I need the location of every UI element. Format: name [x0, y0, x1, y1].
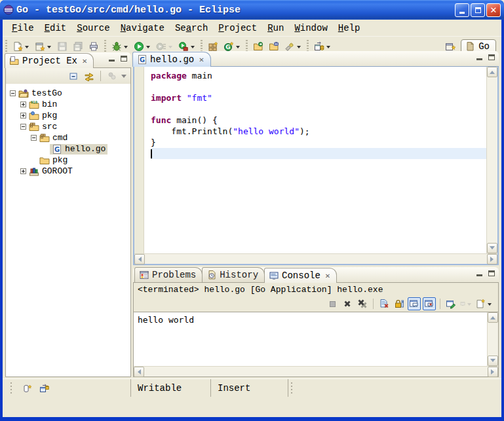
- menu-source[interactable]: Source: [71, 22, 115, 35]
- remove-launch-button[interactable]: [341, 297, 354, 310]
- svg-text:G: G: [140, 56, 145, 64]
- show-stderr-toggle[interactable]: [423, 297, 436, 310]
- toolbar-grip[interactable]: [103, 40, 107, 53]
- save-all-icon: [73, 41, 83, 52]
- show-stdout-icon: [409, 299, 419, 309]
- minimize-view-icon[interactable]: [109, 60, 115, 62]
- editor-tab-label: hello.go: [150, 54, 194, 65]
- insert-mode-status: Insert: [211, 379, 288, 397]
- fast-view-icon[interactable]: [22, 383, 33, 394]
- tree-item-label: hello.go: [65, 144, 106, 154]
- title-bar: Go - testGo/src/cmd/hello.go - Eclipse ✕: [0, 0, 504, 20]
- maximize-view-icon[interactable]: [488, 54, 495, 60]
- scroll-lock-icon: [394, 299, 404, 309]
- tree-item-cmd[interactable]: cmd: [6, 132, 130, 143]
- sync-trim-icon[interactable]: [39, 383, 50, 394]
- maximize-view-icon[interactable]: [121, 56, 127, 62]
- tab-console[interactable]: Console ✕: [264, 268, 337, 283]
- clear-console-icon: [379, 299, 389, 309]
- eclipse-logo-icon: [3, 5, 14, 15]
- import-icon: [253, 41, 263, 52]
- scroll-up-button[interactable]: [487, 67, 497, 77]
- tree-item-hello-go[interactable]: G hello.go: [6, 143, 130, 155]
- maximize-button[interactable]: [471, 3, 485, 17]
- console-vertical-scrollbar[interactable]: [487, 312, 498, 366]
- window-title: Go - testGo/src/cmd/hello.go - Eclipse: [16, 5, 455, 16]
- menu-window[interactable]: Window: [289, 22, 332, 35]
- tab-problems[interactable]: Problems: [134, 267, 203, 282]
- editor-vertical-scrollbar[interactable]: [486, 67, 497, 253]
- show-stdout-toggle[interactable]: [408, 297, 421, 310]
- view-menu-icon[interactable]: [121, 75, 126, 81]
- tab-hello-go[interactable]: G hello.go ✕: [132, 52, 211, 67]
- editor-gutter[interactable]: [134, 67, 144, 253]
- open-console-button[interactable]: [475, 297, 493, 310]
- maximize-view-icon[interactable]: [488, 270, 495, 276]
- collapse-expander-icon[interactable]: [10, 90, 16, 96]
- tab-history[interactable]: History: [202, 267, 265, 282]
- new-wizard-icon: [12, 41, 23, 52]
- scroll-right-button[interactable]: [487, 254, 497, 265]
- expand-expander-icon[interactable]: [20, 101, 26, 107]
- pin-console-button[interactable]: [444, 297, 457, 310]
- tree-item-pkg[interactable]: pkg: [6, 110, 130, 121]
- console-view: Problems History Console ✕ <terminated> …: [133, 267, 499, 377]
- collapse-all-button[interactable]: [67, 69, 80, 82]
- cmd-folder-icon: [39, 133, 50, 143]
- expand-expander-icon[interactable]: [20, 168, 26, 174]
- customize-view-button[interactable]: [106, 69, 119, 82]
- print-icon: [88, 41, 99, 52]
- link-with-editor-button[interactable]: [83, 69, 96, 82]
- menu-search[interactable]: Search: [170, 22, 213, 35]
- console-output[interactable]: hello world: [134, 312, 487, 366]
- clear-console-button[interactable]: [378, 297, 391, 310]
- toolbar-grip[interactable]: [4, 40, 9, 53]
- svg-text:G: G: [54, 145, 60, 153]
- tree-item-bin[interactable]: 010 bin: [6, 99, 130, 110]
- scroll-left-button[interactable]: [134, 254, 145, 265]
- open-console-icon: [475, 299, 486, 309]
- remove-all-terminated-button[interactable]: [356, 297, 369, 310]
- terminate-icon: [330, 301, 336, 307]
- terminate-button[interactable]: [326, 297, 339, 310]
- code-area[interactable]: package mainimport "fmt"func main() { fm…: [144, 67, 486, 253]
- collapse-expander-icon[interactable]: [31, 135, 37, 141]
- minimize-view-icon[interactable]: [476, 274, 482, 276]
- scroll-down-button[interactable]: [487, 243, 497, 253]
- scroll-left-button[interactable]: [134, 367, 144, 377]
- run-history-icon: [156, 41, 166, 52]
- minimize-view-icon[interactable]: [476, 58, 482, 60]
- menu-help[interactable]: Help: [333, 22, 366, 35]
- scroll-up-button[interactable]: [488, 312, 498, 323]
- tab-project-explorer[interactable]: Project Ex ✕: [5, 53, 94, 68]
- expand-expander-icon[interactable]: [20, 113, 26, 119]
- menu-file[interactable]: File: [7, 22, 39, 35]
- scroll-lock-button[interactable]: [393, 297, 406, 310]
- close-icon[interactable]: ✕: [199, 56, 204, 64]
- menu-project[interactable]: Project: [213, 22, 262, 35]
- writable-status: Writable: [131, 379, 211, 397]
- svg-text:010: 010: [31, 100, 37, 103]
- menu-edit[interactable]: Edit: [39, 22, 72, 35]
- display-console-button[interactable]: [459, 297, 473, 310]
- close-icon[interactable]: ✕: [82, 58, 87, 65]
- tree-item-pkg2[interactable]: pkg: [6, 155, 130, 166]
- collapse-expander-icon[interactable]: [20, 124, 26, 130]
- menu-navigate[interactable]: Navigate: [115, 22, 170, 35]
- tree-item-testgo[interactable]: testGo: [6, 88, 130, 99]
- project-tree: testGo 010 bin pkg src cmd: [5, 84, 131, 377]
- remove-launch-icon: [342, 299, 353, 309]
- search-icon: [284, 41, 295, 52]
- editor-horizontal-scrollbar[interactable]: [134, 253, 497, 264]
- console-toolbar: [134, 296, 498, 312]
- tab-project-explorer-label: Project Ex: [22, 56, 77, 66]
- minimize-button[interactable]: [455, 3, 469, 17]
- console-horizontal-scrollbar[interactable]: [134, 366, 498, 376]
- scroll-right-button[interactable]: [488, 367, 498, 377]
- menu-run[interactable]: Run: [262, 22, 289, 35]
- tree-item-src[interactable]: src: [6, 121, 130, 132]
- scroll-down-button[interactable]: [488, 356, 498, 366]
- close-icon[interactable]: ✕: [325, 272, 330, 280]
- tree-item-goroot[interactable]: GOROOT: [6, 166, 130, 177]
- close-button[interactable]: ✕: [486, 3, 501, 17]
